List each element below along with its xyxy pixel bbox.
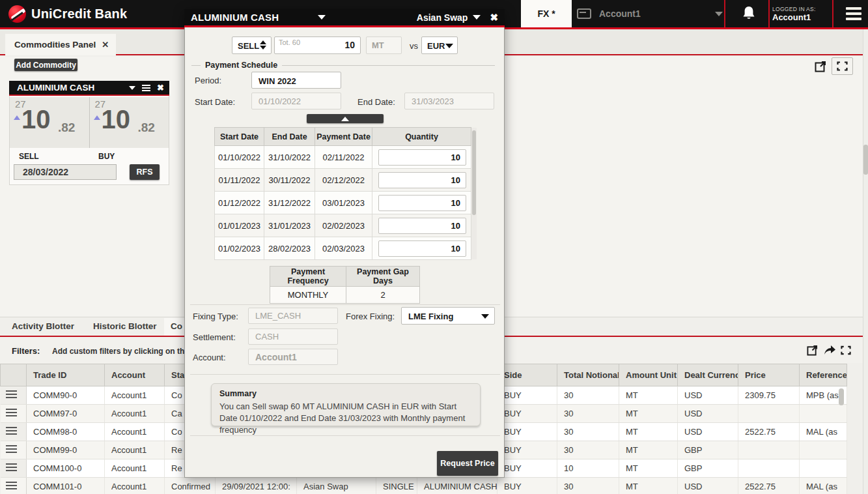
blotter-col-header[interactable]: Account	[105, 364, 165, 386]
unit-field: MT	[366, 36, 402, 54]
blotter-col-header[interactable]: Trade ID	[27, 364, 105, 386]
blotter-cell: COMM98-0	[27, 423, 105, 441]
menu-button[interactable]	[839, 0, 868, 27]
schedule-cell: 02/12/2022	[315, 169, 372, 192]
divider	[190, 374, 500, 375]
schedule-row: 01/10/202231/10/202202/11/202210	[215, 146, 471, 169]
quantity-input[interactable]: 10	[378, 195, 466, 211]
table-row[interactable]: COMM101-0Account1Confirmed29/09/2021 12:…	[1, 478, 847, 494]
page-scrollbar-thumb[interactable]	[863, 145, 868, 175]
quantity-cell: 10	[372, 214, 471, 237]
buy-price-tile[interactable]: 27 10 .82	[89, 97, 169, 148]
close-icon[interactable]: ✖	[490, 12, 498, 23]
total-quantity-input[interactable]: Tot. 60 10	[274, 36, 361, 54]
side-selector[interactable]: SELL	[232, 36, 272, 54]
blotter-cell: BUY	[497, 386, 557, 405]
blotter-cell: USD	[678, 478, 738, 494]
blotter-cell: 30	[557, 478, 619, 494]
stepper-icon[interactable]	[260, 40, 266, 50]
row-menu-cell[interactable]	[1, 423, 27, 441]
quantity-input[interactable]: 10	[378, 218, 466, 234]
blotter-open-window-button[interactable]	[805, 343, 819, 356]
chevron-down-icon[interactable]	[473, 15, 481, 20]
end-date-label: End Date:	[357, 97, 395, 107]
schedule-col-header: End Date	[264, 128, 315, 146]
tenor-date-input[interactable]: 28/03/2022	[14, 164, 117, 180]
page-scrollbar[interactable]	[863, 29, 868, 494]
tab-activity-blotter[interactable]: Activity Blotter	[12, 321, 74, 331]
blotter-cell: Account1	[105, 459, 165, 478]
blotter-col-header[interactable]: Total Notional Qu	[557, 364, 619, 386]
row-menu-cell[interactable]	[1, 386, 27, 405]
blotter-col-header[interactable]: Reference	[800, 364, 847, 386]
blotter-col-header[interactable]: Amount Unit	[619, 364, 678, 386]
summary-box: Summary You can Sell swap 60 MT ALUMINIU…	[211, 383, 481, 426]
bell-icon	[742, 6, 756, 22]
widget-menu-icon[interactable]	[142, 85, 150, 91]
blotter-cell: Account1	[105, 478, 165, 494]
fx-tab[interactable]: FX *	[521, 0, 572, 27]
row-menu-icon[interactable]	[6, 427, 17, 435]
blotter-fullscreen-button[interactable]	[839, 344, 852, 356]
row-menu-cell[interactable]	[1, 459, 27, 478]
fullscreen-button[interactable]	[832, 57, 853, 75]
account-selector[interactable]: Account1	[577, 0, 723, 27]
quantity-input[interactable]: 10	[378, 172, 466, 188]
card-icon	[577, 8, 591, 19]
gap-days-header: Payment Gap Days	[346, 267, 420, 287]
blotter-cell: Account1	[105, 386, 165, 405]
blotter-col-header[interactable]: Dealt Currency	[678, 364, 738, 386]
tab-historic-blotter[interactable]: Historic Blotter	[93, 321, 157, 331]
blotter-cell	[738, 405, 800, 423]
quantity-input[interactable]: 10	[378, 149, 466, 166]
frequency-table: Payment Frequency Payment Gap Days MONTH…	[270, 266, 420, 304]
blotter-col-header[interactable]: Side	[497, 364, 557, 386]
blotter-cell: BUY	[497, 405, 557, 423]
blotter-export-button[interactable]	[822, 343, 837, 356]
chevron-down-icon[interactable]	[129, 86, 135, 90]
blotter-cell: 2522.75	[738, 423, 800, 441]
open-window-icon	[815, 61, 826, 72]
close-icon[interactable]: ✕	[102, 40, 109, 50]
close-icon[interactable]: ✖	[157, 83, 164, 93]
row-menu-icon[interactable]	[6, 390, 17, 399]
row-menu-icon[interactable]	[6, 482, 17, 490]
forex-fixing-select[interactable]: LME Fixing	[401, 307, 495, 325]
forex-fixing-label: Forex Fixing:	[346, 312, 395, 321]
schedule-cell: 03/01/2023	[315, 192, 372, 214]
schedule-scrollbar-thumb[interactable]	[472, 130, 476, 215]
sell-price-tile[interactable]: 27 10 .82	[10, 97, 89, 148]
logged-in-as: LOGGED IN AS: Account1	[772, 0, 830, 27]
blotter-col-header[interactable]	[1, 364, 27, 386]
blotter-cell: BUY	[497, 478, 557, 494]
share-icon	[823, 345, 836, 355]
period-input[interactable]: WIN 2022	[251, 72, 341, 89]
row-menu-cell[interactable]	[1, 478, 27, 494]
blotter-col-header[interactable]: Price	[738, 364, 800, 386]
row-menu-cell[interactable]	[1, 405, 27, 423]
open-window-button[interactable]	[813, 59, 828, 74]
blotter-cell: ALUMINIUM CASH	[417, 478, 497, 494]
rfs-button[interactable]: RFS	[130, 164, 160, 180]
currency-selector[interactable]: EUR	[421, 36, 458, 54]
frequency-value: MONTHLY	[270, 287, 346, 304]
settlement-label: Settlement:	[193, 332, 236, 342]
request-price-button[interactable]: Request Price	[437, 451, 498, 476]
blotter-cell: Account1	[105, 423, 165, 441]
blotter-cell: MT	[619, 386, 678, 405]
row-menu-icon[interactable]	[6, 445, 17, 454]
row-menu-icon[interactable]	[6, 463, 17, 472]
aluminium-cash-widget: ALUMINIUM CASH ✖ 27 10 .82 27 10 .82 SEL…	[9, 81, 169, 185]
row-menu-icon[interactable]	[6, 409, 17, 417]
row-menu-cell[interactable]	[1, 441, 27, 459]
blotter-scrollbar[interactable]	[839, 388, 844, 405]
tab-commodities-panel[interactable]: Commodities Panel ✕	[5, 34, 116, 55]
product-selector[interactable]: Asian Swap	[417, 12, 468, 23]
fixing-type-field: LME_CASH	[248, 308, 338, 324]
notifications-button[interactable]	[731, 0, 767, 27]
chevron-down-icon[interactable]	[318, 15, 326, 20]
chevron-down-icon	[715, 12, 723, 16]
collapse-schedule-button[interactable]	[307, 114, 384, 123]
add-commodity-button[interactable]: Add Commodity	[14, 59, 77, 71]
quantity-input[interactable]: 10	[378, 240, 466, 257]
